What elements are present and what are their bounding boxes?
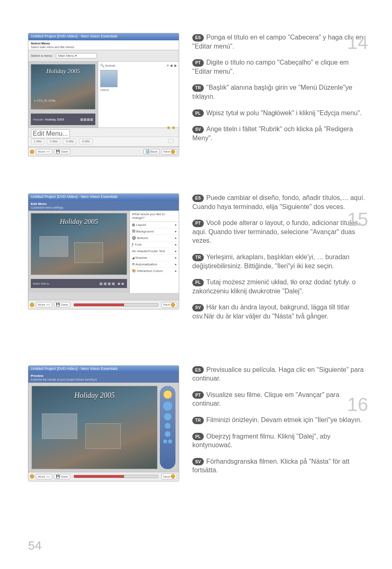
more-button[interactable]: More >> xyxy=(36,302,52,307)
info-icon xyxy=(30,150,34,154)
side-item[interactable]: ⚙ Automatization▸ xyxy=(130,261,179,268)
page-number: 54 xyxy=(28,539,42,553)
panel-heading: Preview xyxy=(28,373,179,378)
more-button[interactable]: More >> xyxy=(36,149,52,154)
strip-label: Main Menu xyxy=(33,282,49,286)
lang-badge-sv: SV xyxy=(192,458,204,465)
next-button[interactable]: Next xyxy=(161,149,177,155)
step-16: Untitled Project [DVD-Video] - Nero Visi… xyxy=(28,365,368,482)
window-titlebar: Untitled Project [DVD-Video] - Nero Visi… xyxy=(28,194,179,201)
page: 14 Untitled Project [DVD-Video] - Nero V… xyxy=(0,0,392,569)
side-item[interactable]: ◢ Shadow▸ xyxy=(130,255,179,261)
side-item[interactable]: Ab Header/Footer Text▸ xyxy=(130,248,179,255)
lang-badge-sv: SV xyxy=(192,126,204,133)
side-item[interactable]: 🖼 Background▸ xyxy=(130,228,179,235)
remote-control[interactable] xyxy=(160,386,175,469)
lang-badge-pt: PT xyxy=(192,391,204,399)
step-14-text: ESPonga el título en el campo "Cabecera"… xyxy=(192,33,368,156)
panel-subheading: Customize menu settings. xyxy=(28,206,179,211)
panel-subheading: Examine the results of your project befo… xyxy=(28,378,179,383)
screenshot-16: Untitled Project [DVD-Video] - Nero Visi… xyxy=(28,365,179,482)
lang-badge-tr: TR xyxy=(192,254,204,261)
lang-badge-pt: PT xyxy=(192,220,204,227)
thumb-label: Holiday 2005 xyxy=(45,118,64,121)
select-menu-label: Select a menu: xyxy=(31,54,53,58)
save-button[interactable]: 💾 Save xyxy=(54,302,70,307)
preview-title: Holiday 2005 xyxy=(32,391,157,400)
lang-badge-pl: PL xyxy=(192,109,204,117)
side-item[interactable]: Ƒ Font▸ xyxy=(130,242,179,248)
window-titlebar: Untitled Project [DVD-Video] - Nero Visi… xyxy=(28,33,179,40)
next-button[interactable]: Next xyxy=(161,474,177,479)
lang-badge-tr: TR xyxy=(192,84,204,92)
step-number-15: 15 xyxy=(347,210,368,229)
menu-preview-title: Holiday 2005 xyxy=(31,68,95,75)
side-item[interactable]: 🎨 Interaction Colors▸ xyxy=(130,268,179,274)
back-button[interactable]: 🔙 Back xyxy=(143,149,160,154)
step-number-14: 14 xyxy=(347,33,368,52)
info-icon xyxy=(30,474,34,478)
step-16-text: ESPrevisualice su película. Haga clic en… xyxy=(192,365,368,482)
save-button[interactable]: 💾 Save xyxy=(54,149,70,154)
lang-badge-pt: PT xyxy=(192,59,204,67)
more-button[interactable]: More >> xyxy=(36,474,52,479)
lang-badge-pl: PL xyxy=(192,279,204,286)
next-button[interactable]: Next xyxy=(161,302,177,308)
panel-subheading: Select main menu and title menus xyxy=(28,46,179,50)
panel-heading: Select Menu xyxy=(28,40,179,46)
screenshot-14: Untitled Project [DVD-Video] - Nero Visi… xyxy=(28,33,179,156)
lang-badge-tr: TR xyxy=(192,417,204,424)
step-number-16: 16 xyxy=(347,395,368,414)
lang-badge-sv: SV xyxy=(192,304,204,311)
panel-heading: Edit Menu xyxy=(28,201,179,206)
step-14: Untitled Project [DVD-Video] - Nero Visi… xyxy=(28,33,368,156)
side-item[interactable]: 🔘 Buttons▸ xyxy=(130,235,179,242)
window-titlebar: Untitled Project [DVD-Video] - Nero Visi… xyxy=(28,366,179,373)
step-15-text: ESPuede cambiar el diseño, fondo, añadir… xyxy=(192,193,368,328)
save-button[interactable]: 💾 Save xyxy=(54,474,70,479)
lang-badge-pl: PL xyxy=(192,433,204,440)
info-icon xyxy=(30,303,34,307)
side-item[interactable]: ▦ Layout▸ xyxy=(130,222,179,228)
side-panel-title: What would you like to change? xyxy=(130,211,179,222)
edit-menu-button[interactable]: Edit Menu... xyxy=(31,129,70,138)
lang-badge-es: ES xyxy=(192,195,204,202)
menu-preview-title: Holiday 2005 xyxy=(31,218,127,226)
menu-dropdown[interactable]: Main Menu ▾ xyxy=(56,53,97,58)
lang-badge-es: ES xyxy=(192,34,204,42)
screenshot-15: Untitled Project [DVD-Video] - Nero Visi… xyxy=(28,193,179,328)
step-15: Untitled Project [DVD-Video] - Nero Visi… xyxy=(28,193,368,328)
lang-badge-es: ES xyxy=(192,366,204,374)
